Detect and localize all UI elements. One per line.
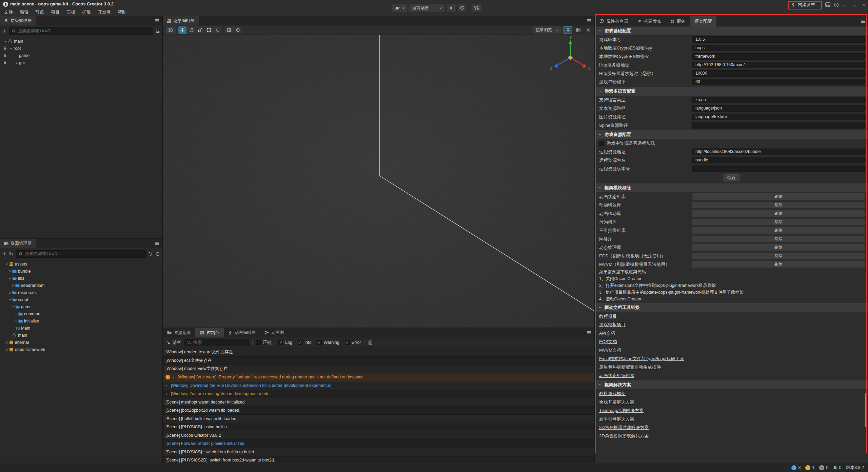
tree-node-oops-framework[interactable]: oops-framework <box>0 346 162 353</box>
console-log-row[interactable]: [Scene] [PHYSICS2D]: switch from box2d-w… <box>163 456 594 463</box>
tab-资源预览[interactable]: 资源预览 <box>163 328 195 337</box>
chevron-right-icon[interactable] <box>11 284 15 287</box>
chevron-down-icon[interactable] <box>4 40 7 43</box>
menu-编辑[interactable]: 编辑 <box>16 8 32 16</box>
view-mode-dropdown[interactable]: 正常浏览 <box>533 26 562 34</box>
tab-属性检查器[interactable]: 属性检查器 <box>595 16 633 26</box>
module-remove-button[interactable]: 剔除 <box>692 253 865 259</box>
tree-node-root[interactable]: root <box>0 45 162 52</box>
console-clear-button[interactable]: 清空 <box>166 340 181 346</box>
tree-node-game[interactable]: game <box>0 303 162 310</box>
tab-scene-editor[interactable]: 场景编辑器 <box>163 16 199 25</box>
tree-node-main[interactable]: main <box>0 332 162 339</box>
tab-构建发布[interactable]: 构建发布 <box>633 16 666 26</box>
chevron-down-icon[interactable] <box>9 47 13 50</box>
scene-grid-toggle[interactable] <box>574 26 582 34</box>
field-input[interactable]: bundle <box>692 157 865 163</box>
minimize-button[interactable]: ─ <box>840 1 849 9</box>
doc-link[interactable]: API文档 <box>599 330 615 336</box>
filter-error[interactable]: ✓Error <box>345 340 361 345</box>
rotate-tool-button[interactable] <box>187 26 195 34</box>
toggle-3d-button[interactable]: 3D <box>165 26 176 34</box>
regex-checkbox[interactable]: 正则 <box>256 340 271 346</box>
collapse-log-icon[interactable] <box>368 340 372 345</box>
refresh-assets-icon[interactable] <box>155 252 160 256</box>
chevron-right-icon[interactable] <box>15 61 18 64</box>
hierarchy-search-input[interactable]: 搜索名称或 UUID <box>9 27 153 35</box>
reload-button[interactable] <box>457 3 467 13</box>
pivot-position-button[interactable] <box>225 26 233 34</box>
chevron-right-icon[interactable] <box>8 291 12 294</box>
doc-link[interactable]: 原生包热更新配置自动生成插件 <box>599 364 661 370</box>
doc-link[interactable]: Excel格式转Json文件与TypeScript代码工具 <box>599 356 684 362</box>
assets-filter-icon[interactable] <box>148 252 153 256</box>
console-log-row[interactable]: [Scene] Forward render pipeline initiali… <box>163 440 594 448</box>
regex-checkbox-box[interactable] <box>256 340 261 345</box>
tab-hierarchy[interactable]: 层级管理器 <box>0 16 36 25</box>
menu-文件[interactable]: 文件 <box>1 8 16 16</box>
console-menu-icon[interactable] <box>587 331 592 335</box>
console-log-row[interactable]: ›[Window] You are running Vue in develop… <box>163 390 594 398</box>
tree-node-Main[interactable]: TS Main <box>0 324 162 332</box>
doc-link[interactable]: 全栈开发解决方案 <box>599 399 634 405</box>
section-header[interactable]: 游戏多语言配置 <box>595 87 868 96</box>
chevron-down-icon[interactable] <box>11 305 15 309</box>
doc-link[interactable]: 教程项目 <box>599 313 617 319</box>
field-input[interactable]: 1.0.5 <box>692 36 865 43</box>
expand-log-icon[interactable]: › <box>165 391 169 396</box>
module-remove-button[interactable]: 剔除 <box>692 244 865 251</box>
doc-link[interactable]: 新手引导解决方案 <box>599 416 634 422</box>
tree-node-bundle[interactable]: bundle <box>0 268 162 275</box>
chevron-right-icon[interactable] <box>8 270 12 273</box>
add-asset-button[interactable] <box>2 252 6 256</box>
console-log-row[interactable]: [Scene] [box2d]:box2d wasm lib loaded. <box>163 407 594 415</box>
filter-info[interactable]: ✓Info <box>298 340 312 345</box>
console-log-row[interactable]: [Scene] [PHYSICS]: switch from builtin t… <box>163 448 594 456</box>
console-log-row[interactable]: [Window] render_texture文件夹存在 <box>163 348 594 357</box>
rect-tool-button[interactable] <box>205 26 213 34</box>
module-remove-button[interactable]: 剔除 <box>692 227 865 234</box>
tab-服务[interactable]: 服务 <box>666 16 690 26</box>
preview-platform-select[interactable] <box>392 3 408 13</box>
console-log-row[interactable]: [Window] model_view文件夹存在 <box>163 365 594 373</box>
menu-面板[interactable]: 面板 <box>63 8 79 16</box>
chevron-right-icon[interactable] <box>5 341 8 344</box>
doc-link[interactable]: 战棋游戏框架 <box>599 391 626 397</box>
inspector-menu-icon[interactable] <box>861 19 865 23</box>
field-input[interactable]: language/texture <box>692 114 865 120</box>
tab-控制台[interactable]: 控制台 <box>195 328 224 337</box>
doc-link[interactable]: 游戏模板项目 <box>599 322 626 328</box>
tree-node-libs[interactable]: libs <box>0 275 162 282</box>
filter-warning[interactable]: ✓Warning <box>317 340 339 345</box>
field-input[interactable]: oops <box>692 45 865 51</box>
tree-node-internal[interactable]: internal <box>0 339 162 346</box>
section-header[interactable]: 游戏资源配置 <box>595 130 868 139</box>
tab-框架配置[interactable]: 框架配置 <box>690 16 716 26</box>
field-input[interactable]: http://192.168.0.150/main/ <box>692 62 865 68</box>
sort-assets-icon[interactable] <box>9 252 14 256</box>
chevron-down-icon[interactable] <box>5 262 8 266</box>
tree-node-main[interactable]: main <box>0 38 162 45</box>
console-search-input[interactable]: 搜索 <box>184 339 249 346</box>
menu-开发者[interactable]: 开发者 <box>94 8 114 16</box>
console-log-row[interactable]: !›[Window] [Vue warn]: Property "onInput… <box>163 373 594 382</box>
module-remove-button[interactable]: 剔除 <box>692 219 865 225</box>
field-input[interactable]: http://localhost:8083/assets/bundle <box>692 149 865 155</box>
status-info-counter[interactable]: i 3 <box>791 465 801 470</box>
maximize-button[interactable]: □ <box>850 1 859 9</box>
console-log-row[interactable]: [Scene] meshopt wasm decoder initialized <box>163 398 594 407</box>
status-error-counter[interactable]: × 0 <box>819 465 828 470</box>
menu-节点[interactable]: 节点 <box>32 8 47 16</box>
field-input[interactable]: 60 <box>692 79 865 85</box>
tree-node-resources[interactable]: resources <box>0 289 162 296</box>
console-log-row[interactable]: [Scene] [PHYSICS]: using builtin. <box>163 423 594 432</box>
preview-qr-button[interactable] <box>472 3 481 13</box>
section-header[interactable]: 游戏基础配置 <box>595 26 868 35</box>
help-icon[interactable]: ? <box>832 2 840 7</box>
doc-link[interactable]: MVVM文档 <box>599 347 621 353</box>
section-header[interactable]: 框架模块剔除 <box>595 183 868 192</box>
close-button[interactable]: × <box>859 1 868 9</box>
doc-link[interactable]: 3D角色扮演游戏解决方案 <box>599 433 649 439</box>
field-input[interactable]: framework <box>692 53 865 60</box>
status-notifications[interactable]: 0 <box>833 465 841 470</box>
